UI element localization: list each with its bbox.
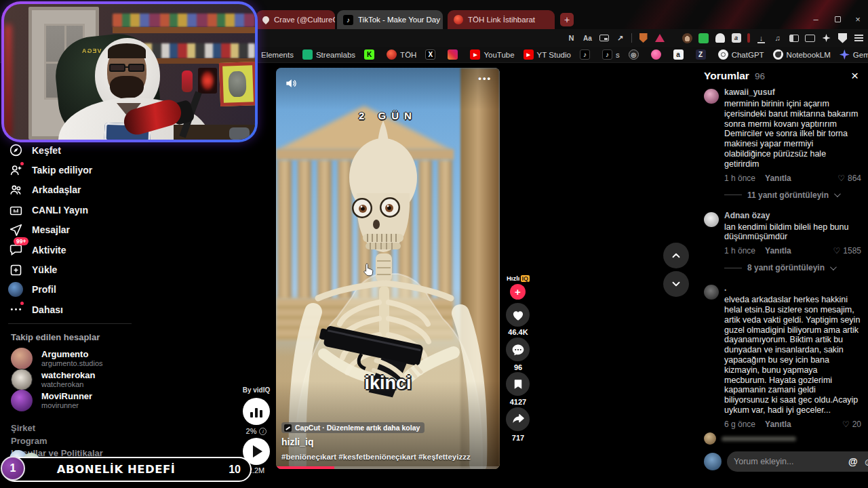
extension-triangle-icon[interactable] [654, 33, 665, 43]
window-minimize-button[interactable]: – [806, 10, 826, 28]
bookmark-streamlabs[interactable]: Streamlabs [302, 49, 355, 60]
footer-link-sirket[interactable]: Şirket [11, 422, 103, 435]
bookmark-target[interactable]: ◎ [629, 49, 642, 60]
divider [724, 195, 742, 195]
avatar[interactable] [704, 285, 719, 300]
bookmark-pink[interactable] [651, 49, 665, 60]
follow-button[interactable]: + [510, 284, 526, 300]
menu-icon[interactable] [854, 33, 864, 43]
capcut-icon [284, 424, 292, 432]
green-extension-icon[interactable] [698, 33, 709, 43]
account-movirunner[interactable]: MoviRunnermovirunner [11, 390, 92, 411]
bookmark-button[interactable] [506, 372, 530, 396]
video-hashtags[interactable]: #beniöneçıkart #kesfetbeniöneçıkart #keş… [281, 453, 471, 461]
bookmark-notebooklm[interactable]: NotebookLM [773, 49, 831, 60]
bookmark-elements[interactable]: Elements [261, 51, 294, 59]
video-subtitle-text: ikinci [276, 373, 500, 394]
tab-culturecrave[interactable]: Crave (@CultureCrave) / [256, 10, 335, 29]
avatar[interactable] [704, 212, 719, 227]
sidebar-item-label: Takip ediliyor [32, 165, 92, 176]
search-box-extension-icon[interactable]: a [731, 33, 741, 43]
video-username[interactable]: hizli_iq [281, 436, 313, 447]
comment-like[interactable]: ♡864 [837, 174, 861, 183]
sidebar-item-mesajlar[interactable]: Mesajlar [8, 220, 140, 240]
channel-avatar[interactable]: HızlıIQ [507, 274, 530, 282]
avatar[interactable] [704, 89, 719, 104]
speaker-icon[interactable] [284, 77, 298, 93]
share-icon[interactable]: ↗ [615, 33, 625, 43]
like-button[interactable] [506, 303, 530, 327]
ghost-extension-icon[interactable] [715, 33, 725, 43]
monkey-extension-icon[interactable] [682, 33, 692, 43]
share-button[interactable] [506, 407, 530, 431]
capcut-badge[interactable]: CapCut · Düzenleme artık daha kolay [281, 422, 425, 433]
split-screen-icon[interactable] [789, 33, 799, 43]
view-replies-button[interactable]: 8 yanıt görüntüleyin [724, 263, 863, 272]
video-progress-bar[interactable] [276, 466, 500, 469]
sidebar-item-canli-yayin[interactable]: CANLI Yayın [8, 200, 140, 220]
comment-username[interactable]: . [724, 283, 863, 293]
media-controls-icon[interactable]: ♫ [772, 33, 783, 43]
next-video-button[interactable] [663, 271, 689, 297]
tab-tiktok-active[interactable]: ♪ TikTok - Make Your Day × [337, 10, 443, 29]
bookmark-youtube[interactable]: ▶YouTube [470, 49, 514, 60]
bookmark-amazon[interactable]: a [673, 49, 687, 60]
bookmark-tiktok[interactable]: ♪ [580, 49, 593, 60]
bookmark-tiktok-s[interactable]: ♪s [602, 49, 620, 60]
comments-list[interactable]: kawaii_yusuf merminin birinin içini açar… [704, 87, 863, 430]
bookmark-yt-studio[interactable]: ▶YT Studio [524, 49, 571, 60]
bookmark-instagram[interactable] [448, 49, 461, 60]
comment-username[interactable]: kawaii_yusuf [724, 87, 863, 97]
window-close-button[interactable]: × [848, 10, 868, 28]
info-icon[interactable]: i [259, 428, 267, 435]
sidebar-item-aktivite[interactable]: 99+ Aktivite [8, 240, 140, 260]
blurred-username [722, 436, 796, 441]
notion-icon[interactable]: N [566, 33, 576, 43]
privacy-shield-icon[interactable] [837, 33, 848, 43]
reply-button[interactable]: Yanıtla [765, 174, 791, 183]
bookmark-x[interactable]: X [425, 49, 439, 60]
comment-button[interactable] [506, 338, 530, 361]
picture-in-picture-icon[interactable] [599, 33, 609, 43]
comment-input[interactable] [734, 457, 843, 466]
translate-icon[interactable]: Aa [583, 33, 593, 43]
view-replies-button[interactable]: 11 yanıt görüntüleyin [724, 190, 863, 200]
video-player[interactable]: ••• 2 GÜN ikinci CapCut · Düzenleme artı… [276, 68, 500, 469]
bookmark-z[interactable]: Z [696, 49, 709, 60]
sidebar-item-kesfet[interactable]: Keşfet [8, 140, 140, 160]
comment-input-pill[interactable]: @ ☺ [727, 451, 868, 472]
sparkle-icon[interactable] [821, 33, 831, 43]
sidebar-item-profil[interactable]: Profil [8, 280, 140, 300]
sidebar-item-arkadaslar[interactable]: Arkadaşlar [8, 180, 140, 200]
previous-video-button[interactable] [663, 243, 689, 268]
vidiq-brand: By vidIQ [235, 386, 278, 394]
account-name: MoviRunner [41, 392, 92, 401]
new-tab-button[interactable]: + [560, 13, 574, 26]
emoji-icon[interactable]: ☺ [863, 456, 868, 468]
stats-circle[interactable] [243, 398, 270, 425]
bookmark-gemini[interactable]: Gemini [840, 49, 868, 60]
sidebar-item-takip-ediliyor[interactable]: Takip ediliyor [8, 160, 140, 180]
comment-like[interactable]: ♡20 [842, 420, 861, 429]
comment-username[interactable]: Adnan özay [724, 211, 863, 220]
bookmark-toh[interactable]: TÖH [387, 49, 416, 60]
wallet-icon[interactable] [805, 33, 815, 43]
sidebar-item-dahasi[interactable]: Dahası [8, 300, 140, 319]
bookmark-chatgpt[interactable]: ChatGPT [718, 49, 764, 60]
mention-icon[interactable]: @ [848, 456, 858, 467]
window-maximize-button[interactable] [827, 10, 848, 28]
tab-toh-link[interactable]: TÖH Link İstihbarat [448, 10, 555, 29]
comment-like[interactable]: ♡1585 [833, 246, 861, 256]
close-comments-icon[interactable]: × [851, 68, 859, 83]
footer-link-program[interactable]: Program [11, 435, 103, 448]
account-watcherokan[interactable]: watcherokanwatcherokan [11, 369, 95, 390]
reply-button[interactable]: Yanıtla [765, 246, 791, 256]
sidebar-item-yukle[interactable]: Yükle [8, 260, 140, 279]
downloads-icon[interactable]: ↓ [756, 33, 766, 43]
reply-button[interactable]: Yanıtla [765, 420, 791, 429]
bookmark-kick[interactable]: K [364, 49, 378, 60]
comments-count: 96 [755, 71, 765, 81]
account-argumento[interactable]: Argumentoargumento.studios [11, 348, 103, 369]
video-more-icon[interactable]: ••• [478, 73, 492, 83]
adblock-shield-icon[interactable] [638, 33, 648, 43]
